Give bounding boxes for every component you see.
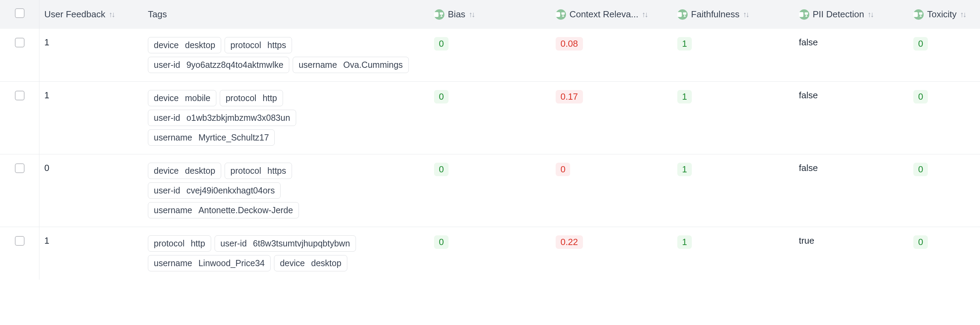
tag-key: user-id bbox=[154, 60, 180, 70]
header-label: PII Detection bbox=[813, 9, 864, 20]
metric-icon bbox=[913, 10, 924, 20]
tag-chip[interactable]: user-id9yo6atzz8q4to4aktmwlke bbox=[148, 57, 289, 73]
user-feedback-cell: 0 bbox=[40, 154, 143, 227]
tag-value: https bbox=[267, 40, 286, 50]
tag-chip[interactable]: devicemobile bbox=[148, 90, 216, 106]
sort-icon[interactable] bbox=[868, 10, 873, 19]
context-relevance-badge: 0.22 bbox=[556, 235, 583, 249]
header-faithfulness[interactable]: Faithfulness bbox=[673, 0, 794, 29]
bias-cell: 0 bbox=[429, 29, 551, 82]
row-checkbox-cell bbox=[0, 227, 40, 280]
tag-chip[interactable]: user-idcvej49i0enkxhagt04ors bbox=[148, 183, 281, 199]
user-feedback-cell: 1 bbox=[40, 82, 143, 154]
tag-key: username bbox=[299, 60, 337, 70]
faithfulness-cell: 1 bbox=[673, 154, 794, 227]
pii-detection-value: false bbox=[799, 163, 818, 173]
tag-key: user-id bbox=[154, 186, 180, 195]
context-relevance-cell: 0.22 bbox=[551, 227, 673, 280]
tag-key: protocol bbox=[154, 239, 185, 248]
faithfulness-badge: 1 bbox=[677, 163, 692, 176]
header-context-relevance[interactable]: Context Releva... bbox=[551, 0, 673, 29]
row-checkbox[interactable] bbox=[15, 91, 24, 100]
tag-chip[interactable]: protocolhttp bbox=[220, 90, 283, 106]
tag-chip[interactable]: usernameAntonette.Deckow-Jerde bbox=[148, 202, 299, 218]
tag-chip[interactable]: devicedesktop bbox=[148, 37, 221, 53]
tag-value: 9yo6atzz8q4to4aktmwlke bbox=[186, 60, 283, 70]
faithfulness-cell: 1 bbox=[673, 227, 794, 280]
tag-chip[interactable]: devicedesktop bbox=[148, 163, 221, 179]
pii-detection-cell: false bbox=[794, 154, 908, 227]
tag-chip[interactable]: protocolhttp bbox=[148, 235, 211, 251]
metric-icon bbox=[556, 10, 566, 20]
tag-value: Ova.Cummings bbox=[343, 60, 402, 70]
bias-badge: 0 bbox=[434, 90, 449, 104]
tag-chip[interactable]: protocolhttps bbox=[224, 37, 292, 53]
row-checkbox[interactable] bbox=[15, 163, 24, 173]
sort-icon[interactable] bbox=[469, 10, 474, 19]
toxicity-badge: 0 bbox=[913, 90, 928, 104]
tag-value: Linwood_Price34 bbox=[198, 258, 265, 268]
bias-badge: 0 bbox=[434, 37, 449, 51]
header-toxicity[interactable]: Toxicity bbox=[908, 0, 980, 29]
tag-value: desktop bbox=[185, 166, 215, 176]
select-all-checkbox[interactable] bbox=[15, 8, 24, 18]
header-label: Context Releva... bbox=[570, 9, 638, 20]
bias-cell: 0 bbox=[429, 154, 551, 227]
context-relevance-cell: 0 bbox=[551, 154, 673, 227]
sort-icon[interactable] bbox=[642, 10, 647, 19]
tag-value: o1wb3zbkjmbzmw3x083un bbox=[186, 113, 290, 123]
pii-detection-cell: false bbox=[794, 82, 908, 154]
tag-key: protocol bbox=[226, 93, 256, 103]
tag-key: protocol bbox=[231, 40, 261, 50]
user-feedback-value: 0 bbox=[44, 163, 49, 173]
tag-value: Myrtice_Schultz17 bbox=[198, 133, 269, 142]
row-checkbox[interactable] bbox=[15, 38, 24, 47]
tag-chip[interactable]: protocolhttps bbox=[224, 163, 292, 179]
tag-value: cvej49i0enkxhagt04ors bbox=[186, 186, 275, 195]
header-bias[interactable]: Bias bbox=[429, 0, 551, 29]
metric-icon bbox=[799, 10, 809, 20]
tag-value: http bbox=[191, 239, 205, 248]
header-user-feedback[interactable]: User Feedback bbox=[40, 0, 143, 29]
pii-detection-cell: true bbox=[794, 227, 908, 280]
faithfulness-badge: 1 bbox=[677, 90, 692, 104]
context-relevance-cell: 0.17 bbox=[551, 82, 673, 154]
tag-chip[interactable]: usernameMyrtice_Schultz17 bbox=[148, 130, 275, 146]
tag-chip[interactable]: usernameLinwood_Price34 bbox=[148, 255, 270, 271]
table-row: 1protocolhttpuser-id6t8w3tsumtvjhupqbtyb… bbox=[0, 227, 980, 280]
metric-icon bbox=[434, 10, 444, 20]
sort-icon[interactable] bbox=[109, 10, 115, 19]
tag-value: desktop bbox=[185, 40, 215, 50]
bias-cell: 0 bbox=[429, 227, 551, 280]
row-checkbox-cell bbox=[0, 82, 40, 154]
user-feedback-value: 1 bbox=[44, 90, 49, 100]
header-pii-detection[interactable]: PII Detection bbox=[794, 0, 908, 29]
tag-chip[interactable]: user-id6t8w3tsumtvjhupqbtybwn bbox=[215, 235, 356, 251]
header-label: User Feedback bbox=[44, 9, 105, 20]
context-relevance-badge: 0.08 bbox=[556, 37, 583, 51]
sort-icon[interactable] bbox=[743, 10, 748, 19]
sort-icon[interactable] bbox=[960, 10, 966, 19]
bias-badge: 0 bbox=[434, 235, 449, 249]
tag-chip[interactable]: devicedesktop bbox=[274, 255, 347, 271]
tag-key: username bbox=[154, 205, 192, 215]
header-row: User Feedback Tags Bias Contex bbox=[0, 0, 980, 29]
header-label: Toxicity bbox=[927, 9, 956, 20]
tag-key: username bbox=[154, 133, 192, 142]
toxicity-cell: 0 bbox=[908, 29, 980, 82]
tag-chip[interactable]: user-ido1wb3zbkjmbzmw3x083un bbox=[148, 110, 296, 126]
user-feedback-cell: 1 bbox=[40, 227, 143, 280]
tag-value: desktop bbox=[311, 258, 341, 268]
header-checkbox-cell bbox=[0, 0, 40, 29]
tags-cell: protocolhttpuser-id6t8w3tsumtvjhupqbtybw… bbox=[143, 227, 429, 280]
header-tags[interactable]: Tags bbox=[143, 0, 429, 29]
row-checkbox[interactable] bbox=[15, 236, 24, 246]
toxicity-badge: 0 bbox=[913, 37, 928, 51]
tag-chip[interactable]: usernameOva.Cummings bbox=[293, 57, 409, 73]
pii-detection-value: false bbox=[799, 90, 818, 100]
bias-badge: 0 bbox=[434, 163, 449, 176]
tag-key: device bbox=[280, 258, 305, 268]
faithfulness-cell: 1 bbox=[673, 82, 794, 154]
faithfulness-cell: 1 bbox=[673, 29, 794, 82]
user-feedback-value: 1 bbox=[44, 235, 49, 246]
